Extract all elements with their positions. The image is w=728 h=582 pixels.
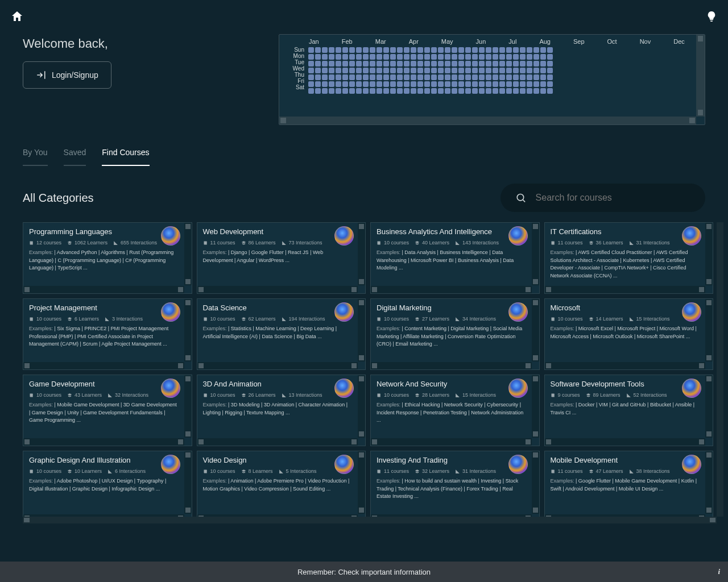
category-card[interactable]: Data Science 10 courses 62 Learners 194 … <box>197 298 366 370</box>
heatmap-cell[interactable] <box>520 47 526 53</box>
heatmap-cell[interactable] <box>527 61 532 66</box>
heatmap-cell[interactable] <box>520 74 526 80</box>
scrollbar-horizontal[interactable] <box>371 438 532 446</box>
heatmap-cell[interactable] <box>458 61 464 66</box>
heatmap-cell[interactable] <box>431 61 437 66</box>
heatmap-cell[interactable] <box>417 68 423 73</box>
heatmap-cell[interactable] <box>513 54 519 60</box>
heatmap-cell[interactable] <box>527 47 532 53</box>
scrollbar-vertical[interactable] <box>705 375 713 438</box>
heatmap-cell[interactable] <box>493 68 498 73</box>
heatmap-cell[interactable] <box>493 61 498 66</box>
heatmap-cell[interactable] <box>493 88 498 94</box>
heatmap-cell[interactable] <box>336 61 341 66</box>
heatmap-cell[interactable] <box>363 81 369 87</box>
heatmap-cell[interactable] <box>363 74 369 80</box>
scrollbar-horizontal[interactable] <box>545 286 706 293</box>
login-signup-button[interactable]: Login/Signup <box>23 61 111 89</box>
category-card[interactable]: Software Development Tools 9 courses 89 … <box>544 375 714 446</box>
scrollbar-vertical[interactable] <box>184 451 192 514</box>
scrollbar-vertical[interactable] <box>705 223 713 285</box>
heatmap-cell[interactable] <box>336 47 341 53</box>
heatmap-cell[interactable] <box>513 81 519 87</box>
heatmap-cell[interactable] <box>336 81 341 87</box>
heatmap-cell[interactable] <box>342 47 348 53</box>
heatmap-cell[interactable] <box>540 88 546 94</box>
heatmap-cell[interactable] <box>486 74 491 80</box>
heatmap-cell[interactable] <box>356 61 362 66</box>
heatmap-cell[interactable] <box>486 88 491 94</box>
heatmap-cell[interactable] <box>438 81 444 87</box>
heatmap-cell[interactable] <box>390 47 396 53</box>
heatmap-cell[interactable] <box>431 68 437 73</box>
heatmap-cell[interactable] <box>404 54 410 60</box>
heatmap-cell[interactable] <box>363 54 369 60</box>
heatmap-cell[interactable] <box>506 54 512 60</box>
scrollbar-vertical[interactable] <box>358 451 365 514</box>
heatmap-cell[interactable] <box>540 68 546 73</box>
heatmap-cell[interactable] <box>417 81 423 87</box>
heatmap-cell[interactable] <box>377 81 382 87</box>
heatmap-cell[interactable] <box>342 54 348 60</box>
heatmap-cell[interactable] <box>404 81 410 87</box>
heatmap-cell[interactable] <box>377 61 382 66</box>
heatmap-cell[interactable] <box>308 88 314 94</box>
heatmap-cell[interactable] <box>342 74 348 80</box>
scrollbar-vertical[interactable] <box>717 222 723 517</box>
heatmap-cell[interactable] <box>322 54 328 60</box>
category-card[interactable]: Video Design 10 courses 8 Learners 5 Int… <box>197 451 366 522</box>
scrollbar-vertical[interactable] <box>184 299 192 361</box>
heatmap-cell[interactable] <box>452 47 457 53</box>
heatmap-cell[interactable] <box>322 47 328 53</box>
heatmap-cell[interactable] <box>315 54 321 60</box>
category-card[interactable]: Microsoft 10 courses 14 Learners 15 Inte… <box>544 298 714 370</box>
heatmap-cell[interactable] <box>411 88 416 94</box>
heatmap-cell[interactable] <box>472 47 478 53</box>
heatmap-cell[interactable] <box>411 74 416 80</box>
heatmap-cell[interactable] <box>417 88 423 94</box>
heatmap-cell[interactable] <box>547 88 553 94</box>
heatmap-cell[interactable] <box>349 88 355 94</box>
scrollbar-vertical[interactable] <box>358 223 365 285</box>
heatmap-cell[interactable] <box>465 81 471 87</box>
scrollbar-horizontal[interactable] <box>545 362 706 369</box>
category-card[interactable]: IT Certifications 11 courses 36 Learners… <box>544 222 714 294</box>
heatmap-cell[interactable] <box>363 47 369 53</box>
heatmap-cell[interactable] <box>479 88 485 94</box>
heatmap-cell[interactable] <box>377 88 382 94</box>
scrollbar-horizontal[interactable] <box>23 362 184 369</box>
scrollbar-horizontal[interactable] <box>279 117 696 124</box>
heatmap-cell[interactable] <box>356 74 362 80</box>
scrollbar-vertical[interactable] <box>184 375 192 438</box>
heatmap-cell[interactable] <box>397 88 403 94</box>
heatmap-cell[interactable] <box>356 47 362 53</box>
heatmap-cell[interactable] <box>370 68 375 73</box>
search-box[interactable] <box>500 184 705 212</box>
heatmap-cell[interactable] <box>438 74 444 80</box>
heatmap-cell[interactable] <box>513 74 519 80</box>
heatmap-cell[interactable] <box>342 68 348 73</box>
heatmap-cell[interactable] <box>445 61 450 66</box>
heatmap-cell[interactable] <box>547 54 553 60</box>
heatmap-cell[interactable] <box>493 54 498 60</box>
heatmap-cell[interactable] <box>322 68 328 73</box>
scrollbar-vertical[interactable] <box>358 375 365 438</box>
scrollbar-vertical[interactable] <box>532 223 539 285</box>
heatmap-cell[interactable] <box>431 54 437 60</box>
heatmap-cell[interactable] <box>370 61 375 66</box>
heatmap-cell[interactable] <box>336 68 341 73</box>
heatmap-cell[interactable] <box>404 88 410 94</box>
category-card[interactable]: Network And Security 10 courses 28 Learn… <box>370 375 540 446</box>
heatmap-cell[interactable] <box>458 54 464 60</box>
heatmap-cell[interactable] <box>499 54 505 60</box>
heatmap-cell[interactable] <box>520 68 526 73</box>
scrollbar-horizontal[interactable] <box>23 517 717 523</box>
heatmap-cell[interactable] <box>329 54 334 60</box>
heatmap-cell[interactable] <box>479 54 485 60</box>
heatmap-cell[interactable] <box>315 81 321 87</box>
scrollbar-vertical[interactable] <box>358 299 365 361</box>
heatmap-cell[interactable] <box>377 68 382 73</box>
heatmap-cell[interactable] <box>533 81 539 87</box>
heatmap-cell[interactable] <box>540 47 546 53</box>
heatmap-cell[interactable] <box>527 81 532 87</box>
